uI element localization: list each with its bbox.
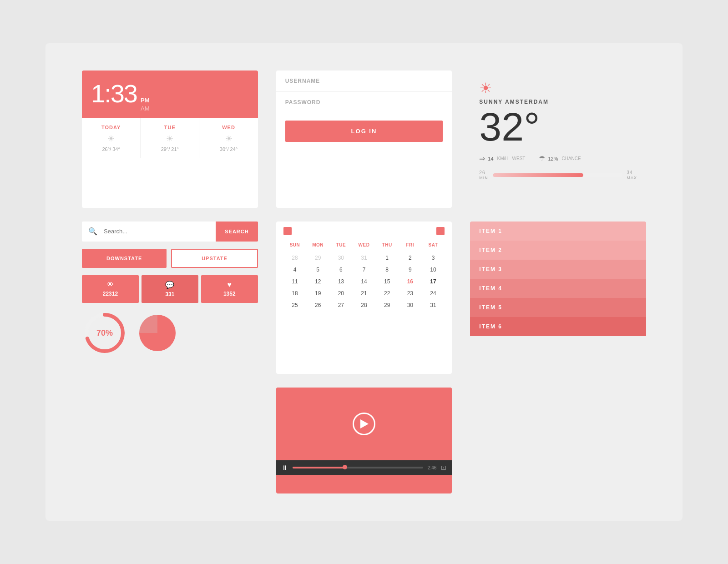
rain-detail: ☂ 12% CHANCE	[539, 154, 581, 163]
list-item-3[interactable]: ITEM 3	[470, 260, 646, 279]
temp-range-fill	[493, 173, 583, 177]
cal-cell[interactable]: 13	[329, 276, 353, 287]
clock-ampm: PM AM	[141, 97, 150, 112]
weather-temp-0: 26°/ 34°	[86, 146, 136, 152]
list-item-2[interactable]: ITEM 2	[470, 241, 646, 260]
circle-progress-label: 70%	[96, 328, 113, 337]
weather-day-label-0: TODAY	[86, 125, 136, 130]
weather-range: 26 MIN 34 MAX	[479, 170, 637, 180]
cal-cell[interactable]: 6	[329, 264, 353, 276]
calendar-grid: SUN MON TUE WED THU FRI SAT 28 29 30 31 …	[276, 241, 452, 318]
cal-cell[interactable]: 18	[283, 287, 307, 299]
cal-cell[interactable]: 17	[422, 276, 445, 287]
password-field[interactable]: PASSWORD	[276, 92, 452, 113]
cal-cell[interactable]: 25	[283, 299, 307, 311]
login-widget: USERNAME PASSWORD LOG IN	[276, 70, 452, 208]
clock-widget: 1:33 PM AM TODAY ☀ 26°/ 34° TUE ☀ 29°/ 2…	[82, 70, 258, 208]
cal-cell[interactable]: 2	[399, 252, 422, 264]
search-input[interactable]	[104, 228, 216, 235]
list-item-6[interactable]: ITEM 6	[470, 317, 646, 336]
cal-cell[interactable]: 28	[353, 299, 376, 311]
cal-header-tue: TUE	[329, 241, 353, 249]
cal-cell[interactable]: 14	[353, 276, 376, 287]
search-icon: 🔍	[82, 227, 104, 236]
stat-likes-value: 1352	[205, 291, 254, 297]
cal-cell[interactable]: 28	[283, 252, 307, 264]
cal-header-wed: WED	[353, 241, 376, 249]
cal-cell[interactable]: 30	[399, 299, 422, 311]
cal-cell[interactable]: 26	[306, 299, 329, 311]
cal-cell[interactable]: 21	[353, 287, 376, 299]
clock-am: AM	[141, 105, 150, 112]
pause-button[interactable]: ⏸	[282, 464, 288, 471]
wind-dir: WEST	[512, 156, 526, 161]
wind-detail: ⇒ 14 KM/H WEST	[479, 154, 525, 163]
cal-cell[interactable]: 12	[306, 276, 329, 287]
cal-cell[interactable]: 19	[306, 287, 329, 299]
cal-cell[interactable]: 31	[422, 299, 445, 311]
login-button[interactable]: LOG IN	[285, 121, 443, 142]
circle-progress: 70%	[82, 310, 127, 356]
calendar-row-2: 11 12 13 14 15 16 17	[283, 276, 445, 287]
cal-cell[interactable]: 5	[306, 264, 329, 276]
cal-cell[interactable]: 20	[329, 287, 353, 299]
state-buttons: DOWNSTATE UPSTATE	[82, 249, 258, 268]
cal-cell[interactable]: 31	[353, 252, 376, 264]
cal-cell[interactable]: 29	[306, 252, 329, 264]
weather-temp-big: 32°	[479, 107, 540, 147]
pie-chart	[135, 310, 180, 356]
cal-cell[interactable]: 27	[329, 299, 353, 311]
weather-sun-icon: ☀	[479, 80, 492, 97]
cal-cell[interactable]: 30	[329, 252, 353, 264]
cal-cell[interactable]: 9	[399, 264, 422, 276]
calendar-next-button[interactable]	[436, 227, 445, 235]
cal-header-sat: SAT	[422, 241, 445, 249]
downstate-button[interactable]: DOWNSTATE	[82, 249, 167, 268]
video-progress-bar[interactable]	[293, 467, 423, 468]
temp-range-bar	[493, 173, 622, 177]
cal-cell[interactable]: 11	[283, 276, 307, 287]
cal-header-thu: THU	[375, 241, 399, 249]
stats-bar: 👁 22312 💬 331 ♥ 1352	[82, 275, 258, 303]
calendar-prev-button[interactable]	[283, 227, 292, 235]
max-temp-value: 34	[627, 170, 632, 175]
wind-unit: KM/H	[497, 156, 509, 161]
max-temp-label: 34 MAX	[627, 170, 637, 180]
video-controls: ⏸ 2:46 ⊡	[276, 460, 452, 475]
play-triangle-icon	[360, 419, 369, 428]
stat-views-value: 22312	[86, 291, 135, 297]
controls-widget: 🔍 SEARCH DOWNSTATE UPSTATE 👁 22312 💬 331…	[82, 222, 258, 374]
upstate-button[interactable]: UPSTATE	[171, 249, 258, 268]
cal-header-fri: FRI	[399, 241, 422, 249]
calendar-widget: SUN MON TUE WED THU FRI SAT 28 29 30 31 …	[276, 222, 452, 374]
cal-cell[interactable]: 1	[375, 252, 399, 264]
cal-cell[interactable]: 15	[375, 276, 399, 287]
cal-cell[interactable]: 8	[375, 264, 399, 276]
eye-icon: 👁	[86, 281, 135, 289]
cal-cell[interactable]: 3	[422, 252, 445, 264]
cal-cell[interactable]: 10	[422, 264, 445, 276]
weather-day-label-1: TUE	[145, 125, 194, 130]
cal-cell[interactable]: 22	[375, 287, 399, 299]
weather-day-tue: TUE ☀ 29°/ 21°	[141, 118, 199, 158]
username-field[interactable]: USERNAME	[276, 70, 452, 92]
video-progress-thumb	[343, 465, 347, 469]
weather-days: TODAY ☀ 26°/ 34° TUE ☀ 29°/ 21° WED ☀ 30…	[82, 118, 258, 158]
clock-header: 1:33 PM AM	[82, 70, 258, 118]
circles-row: 70%	[82, 310, 258, 356]
cal-cell[interactable]: 29	[375, 299, 399, 311]
cal-cell[interactable]: 4	[283, 264, 307, 276]
play-button[interactable]	[353, 413, 375, 435]
calendar-row-1: 4 5 6 7 8 9 10	[283, 264, 445, 276]
cal-cell-today[interactable]: 16	[399, 276, 422, 287]
list-item-5[interactable]: ITEM 5	[470, 298, 646, 317]
search-button[interactable]: SEARCH	[216, 222, 258, 242]
cal-cell[interactable]: 7	[353, 264, 376, 276]
max-label: MAX	[627, 176, 637, 180]
cal-cell[interactable]: 24	[422, 287, 445, 299]
list-item-4[interactable]: ITEM 4	[470, 279, 646, 298]
list-item-1[interactable]: ITEM 1	[470, 222, 646, 241]
calendar-nav	[276, 222, 452, 241]
cal-cell[interactable]: 23	[399, 287, 422, 299]
expand-icon[interactable]: ⊡	[441, 464, 446, 471]
